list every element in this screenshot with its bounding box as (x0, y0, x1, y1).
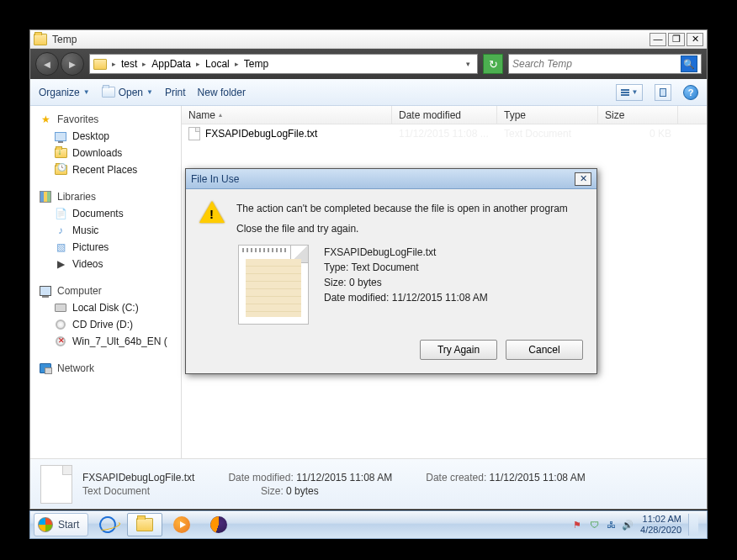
search-box[interactable]: 🔍 (508, 54, 702, 74)
new-folder-button[interactable]: New folder (198, 87, 246, 98)
chevron-right-icon[interactable]: ▸ (194, 60, 202, 68)
view-options-button[interactable]: ▼ (616, 84, 643, 101)
column-type[interactable]: Type (497, 106, 598, 124)
sidebar-item-local-disk[interactable]: Local Disk (C:) (39, 299, 181, 316)
breadcrumb[interactable]: AppData (151, 58, 191, 70)
chevron-right-icon[interactable]: ▸ (233, 60, 241, 68)
notepad-thumbnail (238, 245, 309, 325)
disk-icon (55, 304, 66, 312)
firefox-icon (210, 516, 227, 533)
titlebar: Temp — ❐ ✕ (30, 30, 707, 49)
explorer-icon (136, 518, 153, 531)
taskbar-clock[interactable]: 11:02 AM 4/28/2020 (640, 514, 681, 536)
window-title: Temp (52, 34, 650, 45)
folder-icon (93, 59, 107, 70)
sidebar-item-cd-drive[interactable]: CD Drive (D:) (39, 316, 181, 333)
sidebar-item-videos[interactable]: ▶Videos (39, 256, 181, 272)
videos-icon: ▶ (54, 257, 67, 271)
documents-icon: 📄 (54, 207, 67, 220)
command-bar: Organize ▼ Open ▼ Print New folder ▼ ? (30, 79, 707, 106)
dialog-titlebar: File In Use ✕ (186, 169, 596, 189)
show-desktop-button[interactable] (688, 514, 698, 536)
sidebar-item-recent[interactable]: Recent Places (39, 161, 181, 178)
cd-error-icon (56, 336, 66, 346)
new-folder-label: New folder (198, 87, 246, 98)
back-button[interactable]: ◄ (35, 52, 59, 76)
address-bar[interactable]: ▸ test ▸ AppData ▸ Local ▸ Temp ▾ (89, 54, 478, 74)
address-dropdown[interactable]: ▾ (463, 60, 474, 68)
search-button[interactable]: 🔍 (681, 55, 697, 72)
search-input[interactable] (512, 58, 681, 70)
ie-icon (98, 515, 118, 535)
chevron-down-icon: ▼ (83, 88, 90, 96)
breadcrumb[interactable]: Local (205, 58, 230, 70)
sidebar-item-win7[interactable]: Win_7_Ult_64b_EN ( (39, 333, 181, 350)
try-again-button[interactable]: Try Again (420, 340, 497, 360)
flag-icon[interactable]: ⚑ (571, 519, 583, 531)
taskbar-app-ie[interactable] (90, 513, 125, 536)
system-tray[interactable]: ⚑ 🛡 🖧 🔊 (571, 519, 634, 531)
breadcrumb[interactable]: Temp (244, 58, 268, 70)
shield-icon[interactable]: 🛡 (588, 519, 600, 531)
dialog-close-button[interactable]: ✕ (575, 172, 591, 186)
column-date[interactable]: Date modified (392, 106, 497, 124)
file-name: FXSAPIDebugLogFile.txt (205, 128, 317, 140)
sidebar-item-music[interactable]: ♪Music (39, 222, 181, 239)
dialog-title: File In Use (191, 173, 239, 185)
column-size[interactable]: Size (598, 106, 678, 124)
organize-menu[interactable]: Organize ▼ (39, 87, 90, 98)
sidebar-computer[interactable]: Computer (39, 283, 181, 299)
close-button[interactable]: ✕ (687, 33, 703, 46)
cd-icon (56, 320, 66, 330)
cancel-button[interactable]: Cancel (506, 340, 583, 360)
details-filetype: Text Document (82, 485, 150, 497)
windows-icon (38, 517, 53, 532)
taskbar: Start ⚑ 🛡 🖧 🔊 11:02 AM 4/28/2020 (29, 510, 708, 539)
sidebar-item-pictures[interactable]: ▧Pictures (39, 239, 181, 256)
file-date: 11/12/2015 11:08 ... (392, 128, 497, 140)
start-button[interactable]: Start (34, 513, 88, 536)
file-type: Text Document (497, 128, 598, 140)
star-icon: ★ (39, 113, 52, 126)
file-thumbnail (40, 465, 72, 504)
volume-icon[interactable]: 🔊 (622, 519, 634, 531)
network-tray-icon[interactable]: 🖧 (605, 519, 617, 531)
organize-label: Organize (39, 87, 80, 98)
details-created: 11/12/2015 11:08 AM (490, 472, 586, 483)
downloads-icon (55, 148, 67, 158)
minimize-button[interactable]: — (650, 33, 666, 46)
sidebar-favorites[interactable]: ★ Favorites (39, 111, 181, 128)
folder-icon (34, 34, 47, 45)
refresh-button[interactable]: ↻ (483, 54, 503, 74)
computer-icon (40, 286, 51, 296)
dialog-message: The action can't be completed because th… (236, 201, 583, 216)
text-file-icon (188, 127, 200, 140)
preview-pane-button[interactable] (655, 84, 671, 101)
forward-button[interactable]: ► (61, 52, 84, 76)
taskbar-app-wmp[interactable] (164, 513, 199, 536)
libraries-icon (40, 191, 51, 203)
chevron-right-icon[interactable]: ▸ (110, 60, 118, 68)
column-name[interactable]: Name▴ (182, 106, 392, 124)
recent-icon (55, 165, 67, 175)
open-button[interactable]: Open ▼ (102, 87, 153, 98)
pane-icon (660, 88, 666, 97)
sidebar-item-documents[interactable]: 📄Documents (39, 205, 181, 222)
sidebar-libraries[interactable]: Libraries (39, 188, 181, 205)
dialog-file-name: FXSAPIDebugLogFile.txt (324, 245, 488, 260)
sidebar-item-desktop[interactable]: Desktop (39, 128, 181, 145)
chevron-right-icon[interactable]: ▸ (141, 60, 148, 68)
sidebar-network[interactable]: Network (39, 360, 181, 377)
print-button[interactable]: Print (165, 87, 186, 98)
music-icon: ♪ (54, 224, 67, 237)
taskbar-app-explorer[interactable] (127, 513, 162, 536)
dialog-file-info: FXSAPIDebugLogFile.txt Type: Text Docume… (324, 245, 488, 325)
chevron-down-icon: ▼ (632, 88, 639, 96)
maximize-button[interactable]: ❐ (668, 33, 685, 46)
breadcrumb[interactable]: test (121, 58, 137, 70)
file-row[interactable]: FXSAPIDebugLogFile.txt 11/12/2015 11:08 … (182, 124, 707, 143)
sidebar-item-downloads[interactable]: Downloads (39, 145, 181, 161)
details-pane: FXSAPIDebugLogFile.txt Date modified: 11… (30, 458, 707, 509)
taskbar-app-firefox[interactable] (201, 513, 236, 536)
help-button[interactable]: ? (683, 85, 698, 100)
